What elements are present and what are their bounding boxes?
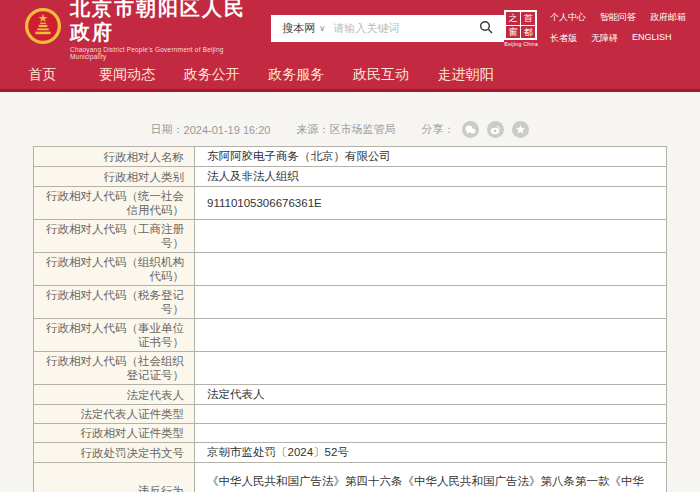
row-label: 违反行为 [34, 463, 194, 492]
weibo-icon[interactable] [487, 121, 504, 138]
seal-char: 之 [506, 12, 521, 26]
site-logo-home-link[interactable]: 北京市朝阳区人民政府 Chaoyang District People's Go… [24, 0, 249, 60]
table-row: 行政相对人代码（统一社会信用代码） 91110105306676361E [34, 187, 666, 220]
share-icons [462, 121, 529, 138]
row-label: 行政相对人代码（事业单位证书号） [34, 319, 194, 351]
table-row-violation: 违反行为 《中华人民共和国广告法》第四十六条《中华人民共和国广告法》第八条第一款… [34, 463, 666, 492]
row-value [194, 286, 666, 318]
row-label: 行政相对人代码（组织机构代码） [34, 253, 194, 285]
source-value: 区市场监管局 [329, 122, 395, 137]
row-label: 行政相对人代码（统一社会信用代码） [34, 187, 194, 219]
share-label: 分享： [421, 122, 454, 137]
quick-links-row-2: 长者版 无障碍 ENGLISH [550, 32, 686, 45]
article-date: 日期： 2024-01-19 16:20 [151, 122, 271, 137]
table-row: 行政相对人名称 东阿阿胶电子商务（北京）有限公司 [34, 147, 666, 167]
row-value: 东阿阿胶电子商务（北京）有限公司 [194, 147, 666, 166]
seal-char: 首 [521, 12, 536, 26]
article-meta: 日期： 2024-01-19 16:20 来源： 区市场监管局 分享： [0, 121, 690, 138]
row-value [194, 319, 666, 351]
row-label: 行政相对人代码（社会组织登记证号） [34, 352, 194, 384]
nav-item-about-chaoyang[interactable]: 走进朝阳 [423, 56, 508, 89]
link-english[interactable]: ENGLISH [632, 32, 672, 45]
header-utilities: 之 首 窗 都 Beijing·China 个人中心 智能问答 政府邮箱 长者版… [504, 10, 692, 47]
link-smart-qa[interactable]: 智能问答 [600, 11, 636, 24]
row-value: 91110105306676361E [194, 187, 666, 219]
site-title: 北京市朝阳区人民政府 [70, 0, 249, 44]
quick-links: 个人中心 智能问答 政府邮箱 长者版 无障碍 ENGLISH [550, 11, 686, 45]
date-label: 日期： [151, 122, 184, 137]
row-label: 法定代表人 [34, 385, 194, 404]
chevron-down-icon: ∨ [319, 24, 325, 33]
table-row: 行政相对人证件类型 [34, 424, 666, 443]
row-value: 法定代表人 [194, 385, 666, 404]
table-row: 行政相对人类别 法人及非法人组织 [34, 167, 666, 187]
link-elder-version[interactable]: 长者版 [550, 32, 577, 45]
table-row: 法定代表人 法定代表人 [34, 385, 666, 405]
share-group: 分享： [421, 121, 529, 138]
nav-item-interaction[interactable]: 政民互动 [339, 56, 424, 89]
nav-item-home[interactable]: 首页 [0, 56, 85, 89]
search-scope-label: 搜本网 [282, 21, 315, 36]
favorite-star-icon[interactable] [512, 121, 529, 138]
row-value [194, 352, 666, 384]
site-search: 搜本网 ∨ [271, 15, 504, 42]
nav-item-news[interactable]: 要闻动态 [85, 56, 170, 89]
seal-caption: Beijing·China [504, 41, 538, 47]
row-value [194, 220, 666, 252]
wechat-icon[interactable] [462, 121, 479, 138]
seal-char: 窗 [506, 26, 521, 39]
row-label: 行政相对人代码（工商注册号） [34, 220, 194, 252]
national-emblem-icon [24, 7, 62, 49]
row-label: 行政相对人名称 [34, 147, 194, 166]
magnifier-icon [479, 20, 493, 37]
row-label: 行政处罚决定书文号 [34, 443, 194, 462]
row-label: 行政相对人证件类型 [34, 424, 194, 442]
capital-window-seal-icon: 之 首 窗 都 [504, 10, 537, 40]
search-button[interactable] [468, 15, 504, 42]
nav-item-gov-services[interactable]: 政务服务 [254, 56, 339, 89]
seal-char: 都 [521, 26, 536, 39]
nav-item-gov-disclosure[interactable]: 政务公开 [169, 56, 254, 89]
table-row: 法定代表人证件类型 [34, 405, 666, 424]
main-nav-items: 首页 要闻动态 政务公开 政务服务 政民互动 走进朝阳 [0, 56, 508, 89]
source-label: 来源： [296, 122, 329, 137]
row-label: 行政相对人类别 [34, 167, 194, 186]
row-value: 《中华人民共和国广告法》第四十六条《中华人民共和国广告法》第八条第一款《中华人民… [194, 463, 666, 492]
table-row: 行政相对人代码（税务登记号） [34, 286, 666, 319]
row-value [194, 253, 666, 285]
table-row: 行政相对人代码（工商注册号） [34, 220, 666, 253]
link-gov-mailbox[interactable]: 政府邮箱 [650, 11, 686, 24]
link-personal-center[interactable]: 个人中心 [550, 11, 586, 24]
table-row: 行政相对人代码（组织机构代码） [34, 253, 666, 286]
row-value [194, 424, 666, 442]
row-value [194, 405, 666, 423]
table-row: 行政相对人代码（事业单位证书号） [34, 319, 666, 352]
table-row: 行政相对人代码（社会组织登记证号） [34, 352, 666, 385]
site-header: 北京市朝阳区人民政府 Chaoyang District People's Go… [0, 0, 700, 56]
quick-links-row-1: 个人中心 智能问答 政府邮箱 [550, 11, 686, 24]
capital-window-seal-link[interactable]: 之 首 窗 都 Beijing·China [504, 10, 538, 47]
main-nav: 首页 要闻动态 政务公开 政务服务 政民互动 走进朝阳 [0, 56, 700, 92]
site-title-block: 北京市朝阳区人民政府 Chaoyang District People's Go… [70, 0, 249, 60]
search-scope-selector[interactable]: 搜本网 ∨ [271, 21, 333, 36]
date-value: 2024-01-19 16:20 [184, 124, 271, 136]
row-value: 京朝市监处罚〔2024〕52号 [194, 443, 666, 462]
penalty-info-table: 行政相对人名称 东阿阿胶电子商务（北京）有限公司 行政相对人类别 法人及非法人组… [33, 146, 667, 492]
search-input[interactable] [333, 22, 468, 34]
link-accessibility[interactable]: 无障碍 [591, 32, 618, 45]
row-label: 法定代表人证件类型 [34, 405, 194, 423]
row-value: 法人及非法人组织 [194, 167, 666, 186]
article-source: 来源： 区市场监管局 [296, 122, 395, 137]
row-label: 行政相对人代码（税务登记号） [34, 286, 194, 318]
table-row: 行政处罚决定书文号 京朝市监处罚〔2024〕52号 [34, 443, 666, 463]
